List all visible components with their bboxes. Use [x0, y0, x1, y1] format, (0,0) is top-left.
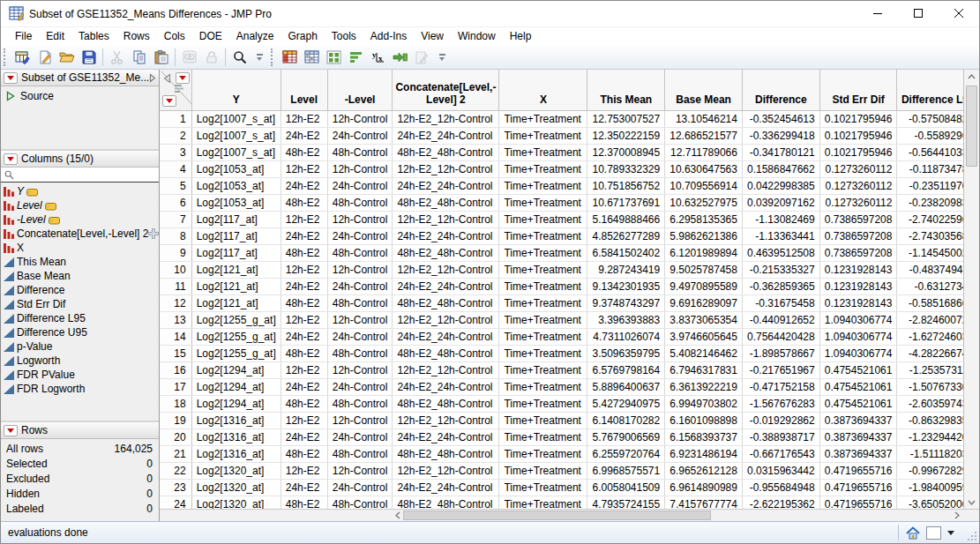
- cell[interactable]: 48h-Control: [327, 244, 393, 261]
- cell[interactable]: Log2[1007_s_at]: [191, 127, 281, 144]
- column-item-logworth[interactable]: Logworth: [1, 354, 159, 368]
- cell[interactable]: Time+Treatment: [499, 311, 587, 328]
- cell[interactable]: -0.31675458: [742, 294, 819, 311]
- cell[interactable]: 48h-E2_48h-Control: [393, 395, 499, 412]
- cell[interactable]: 6.7946317831: [665, 361, 743, 378]
- cell[interactable]: 0.1021795946: [819, 110, 897, 127]
- row-number[interactable]: 9: [160, 244, 191, 261]
- column-item-std-err-dif[interactable]: Std Err Dif: [1, 297, 159, 311]
- cell[interactable]: 1.0940306774: [819, 328, 897, 345]
- menu-doe[interactable]: DOE: [192, 27, 229, 45]
- cell[interactable]: 48h-Control: [327, 194, 393, 211]
- cell[interactable]: 12h-E2: [281, 412, 327, 428]
- cell[interactable]: 6.1408170282: [587, 412, 665, 428]
- cell[interactable]: Time+Treatment: [499, 144, 587, 160]
- cell[interactable]: 24h-Control: [327, 378, 393, 395]
- column-item--level[interactable]: -Level: [1, 212, 159, 227]
- columns-menu-button[interactable]: [4, 153, 18, 165]
- row-number[interactable]: 5: [160, 177, 191, 194]
- cell[interactable]: 0.4639512508: [742, 244, 819, 261]
- cell[interactable]: 24h-E2_24h-Control: [393, 278, 499, 294]
- cell[interactable]: -0.341780121: [742, 144, 819, 160]
- cell[interactable]: 5.9862621386: [665, 227, 743, 244]
- cell[interactable]: 48h-E2: [281, 395, 327, 412]
- column-header-this-mean[interactable]: This Mean: [587, 70, 665, 110]
- cell[interactable]: 0.4719655716: [819, 462, 897, 479]
- row-number[interactable]: 21: [160, 445, 191, 462]
- menu-tables[interactable]: Tables: [71, 27, 116, 45]
- cell[interactable]: 3.9746605645: [665, 328, 743, 345]
- columns-corner-menu-button[interactable]: [176, 72, 190, 84]
- cell[interactable]: 24h-E2_24h-Control: [393, 177, 499, 194]
- cell[interactable]: 12h-E2: [281, 361, 327, 378]
- rows-corner-menu-button[interactable]: [162, 95, 176, 107]
- column-item-fdr-pvalue[interactable]: FDR PValue: [1, 368, 159, 382]
- data-table-button[interactable]: [279, 47, 301, 68]
- cell[interactable]: Time+Treatment: [499, 194, 587, 211]
- cell[interactable]: 24h-Control: [327, 278, 393, 294]
- scroll-right-arrow[interactable]: [951, 510, 963, 521]
- cell[interactable]: 5.4082146462: [665, 345, 743, 361]
- row-number[interactable]: 17: [160, 378, 191, 395]
- cell[interactable]: 24h-E2: [281, 428, 327, 445]
- cell[interactable]: -1.898578667: [742, 345, 819, 361]
- cell[interactable]: 24h-E2_24h-Control: [393, 479, 499, 496]
- new-script-button[interactable]: [34, 47, 56, 68]
- menu-rows[interactable]: Rows: [116, 27, 157, 45]
- menu-analyze[interactable]: Analyze: [229, 27, 281, 45]
- cell[interactable]: Log2[117_at]: [191, 211, 281, 227]
- cell[interactable]: 24h-E2: [281, 278, 327, 294]
- cell[interactable]: 12h-E2: [281, 110, 327, 127]
- cell[interactable]: 12h-E2: [281, 160, 327, 177]
- cell[interactable]: Time+Treatment: [499, 328, 587, 345]
- cell[interactable]: 0.7386597208: [819, 244, 897, 261]
- menu-window[interactable]: Window: [451, 27, 503, 45]
- cell[interactable]: 48h-E2: [281, 244, 327, 261]
- cell[interactable]: 0.1273260112: [819, 194, 897, 211]
- cell[interactable]: 6.1601098898: [665, 412, 743, 428]
- cell[interactable]: 24h-Control: [327, 428, 393, 445]
- cell[interactable]: 0.4754521061: [819, 378, 897, 395]
- cell[interactable]: Log2[1007_s_at]: [191, 110, 281, 127]
- column-item-difference-u95[interactable]: Difference U95: [1, 325, 159, 339]
- cell[interactable]: 0.1273260112: [819, 160, 897, 177]
- menu-graph[interactable]: Graph: [281, 27, 324, 45]
- panel-expand-icon[interactable]: [149, 73, 156, 83]
- cell[interactable]: -0.440912652: [742, 311, 819, 328]
- row-number[interactable]: 3: [160, 144, 191, 160]
- cell[interactable]: 9.4970895589: [665, 278, 743, 294]
- status-dropdown-icon[interactable]: [947, 531, 954, 535]
- cell[interactable]: 24h-E2_24h-Control: [393, 328, 499, 345]
- toolbar-grip[interactable]: [4, 48, 10, 66]
- cell[interactable]: Log2[117_at]: [191, 244, 281, 261]
- fit-y-by-x-button[interactable]: yx: [367, 47, 389, 68]
- cell[interactable]: 48h-Control: [327, 144, 393, 160]
- cell[interactable]: 9.3748743297: [587, 294, 665, 311]
- column-item-fdr-logworth[interactable]: FDR Logworth: [1, 382, 159, 396]
- column-header-difference[interactable]: Difference: [742, 70, 819, 110]
- cell[interactable]: Time+Treatment: [499, 110, 587, 127]
- cell[interactable]: -0.336299418: [742, 127, 819, 144]
- row-number[interactable]: 11: [160, 278, 191, 294]
- send-script-button[interactable]: [389, 47, 411, 68]
- row-number[interactable]: 7: [160, 211, 191, 227]
- cell[interactable]: 10.751856752: [587, 177, 665, 194]
- cell[interactable]: Log2[121_at]: [191, 261, 281, 278]
- columns-order-icon[interactable]: [175, 84, 184, 96]
- cell[interactable]: 5.4272940975: [587, 395, 665, 412]
- cell[interactable]: Time+Treatment: [499, 479, 587, 496]
- cell[interactable]: 24h-E2_24h-Control: [393, 428, 499, 445]
- cell[interactable]: 48h-E2_48h-Control: [393, 194, 499, 211]
- cell[interactable]: Time+Treatment: [499, 345, 587, 361]
- cell[interactable]: 6.5769798164: [587, 361, 665, 378]
- cell[interactable]: 10.630647563: [665, 160, 743, 177]
- row-number[interactable]: 6: [160, 194, 191, 211]
- cell[interactable]: -0.019292862: [742, 412, 819, 428]
- row-number[interactable]: 18: [160, 395, 191, 412]
- cell[interactable]: 48h-E2_48h-Control: [393, 445, 499, 462]
- cell[interactable]: 6.1568393737: [665, 428, 743, 445]
- cell[interactable]: 12h-E2_12h-Control: [393, 462, 499, 479]
- cell[interactable]: 3.8373065354: [665, 311, 743, 328]
- home-icon[interactable]: [906, 526, 920, 540]
- scroll-up-arrow[interactable]: [964, 70, 979, 83]
